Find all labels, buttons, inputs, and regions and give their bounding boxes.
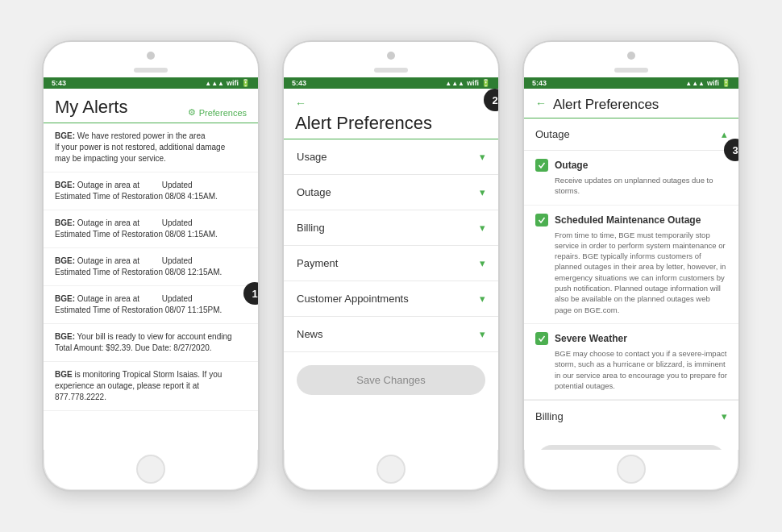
status-right-3: ▲▲▲ wifi 🔋 [685,79,730,87]
battery-icon-1: 🔋 [241,79,250,87]
severe-weather-checkbox-row: Severe Weather [535,332,727,345]
outage-section-title: Outage [535,128,570,140]
phones-container: 5:43 ▲▲▲ wifi 🔋 My Alerts ⚙ Preferences [42,40,740,492]
header-title-row-3: ← Alert Preferences [535,97,727,113]
billing-label: Billing [535,410,564,422]
step-badge-3: 3 [724,139,740,161]
chevron-payment: ▾ [480,257,485,269]
severe-weather-checkbox-item: Severe Weather BGE may choose to contact… [524,324,738,400]
alert-item: BGE: Outage in area at UpdatedEstimated … [44,248,258,286]
home-button-3[interactable] [617,455,646,484]
phone-inner-3: 5:43 ▲▲▲ wifi 🔋 ← Alert Preferences Outa… [524,77,738,450]
signal-icon-3: ▲▲▲ [685,80,705,87]
pref-appointments-label: Customer Appointments [297,293,409,305]
pref-appointments[interactable]: Customer Appointments ▾ [284,281,498,317]
alert-item: BGE: We have restored power in the areaI… [44,123,258,172]
phone-1: 5:43 ▲▲▲ wifi 🔋 My Alerts ⚙ Preferences [42,40,260,492]
chevron-up-outage: ▴ [722,128,727,140]
chevron-down-billing: ▾ [722,410,727,422]
camera-3 [627,52,635,60]
status-bar-1: 5:43 ▲▲▲ wifi 🔋 [44,77,258,89]
gear-icon: ⚙ [188,107,196,118]
wifi-icon-1: wifi [227,79,239,87]
preferences-label: Preferences [199,108,247,118]
pref-billing[interactable]: Billing ▾ [284,210,498,246]
step-badge-1: 1 [243,282,260,305]
outage-checkbox-row: Outage [535,159,727,172]
pref-billing-label: Billing [297,222,325,234]
outage-checkbox-desc: Receive updates on unplanned outages due… [535,175,727,197]
billing-section-collapsed[interactable]: Billing ▾ [524,400,738,432]
status-time-1: 5:43 [52,79,66,87]
phone-3: 5:43 ▲▲▲ wifi 🔋 ← Alert Preferences Outa… [522,40,740,492]
status-bar-3: 5:43 ▲▲▲ wifi 🔋 [524,77,738,89]
app-header-1: My Alerts ⚙ Preferences [44,89,258,123]
chevron-news: ▾ [480,328,485,340]
alert-item: BGE is monitoring Tropical Storm Isaias.… [44,362,258,411]
camera-2 [387,52,395,60]
step-badge-2: 2 [484,89,500,111]
pref-payment[interactable]: Payment ▾ [284,246,498,281]
page-title-1: My Alerts [55,97,127,118]
phone-inner-1: 5:43 ▲▲▲ wifi 🔋 My Alerts ⚙ Preferences [44,77,258,450]
outage-checkbox-label: Outage [555,160,588,171]
status-time-3: 5:43 [532,79,547,87]
check-icon-outage [538,161,546,169]
outage-checkbox-item: Outage Receive updates on unplanned outa… [524,151,738,206]
scheduled-maintenance-checkbox-row: Scheduled Maintenance Outage [535,214,727,227]
phone-top-bar-1 [44,42,258,77]
signal-icon-2: ▲▲▲ [445,80,464,87]
home-button-2[interactable] [376,455,406,484]
status-bar-2: 5:43 ▲▲▲ wifi 🔋 [284,77,498,89]
wifi-icon-3: wifi [707,79,719,87]
scheduled-maintenance-desc: From time to time, BGE must temporarily … [535,230,727,315]
phone-inner-2: 5:43 ▲▲▲ wifi 🔋 ← Alert Preferences Usag… [284,77,498,450]
save-changes-button-2[interactable]: Save Changes [297,365,485,395]
camera-1 [147,52,155,60]
severe-weather-desc: BGE may choose to contact you if a sever… [535,348,727,391]
page-title-3: Alert Preferences [553,97,659,113]
home-button-1[interactable] [136,455,165,484]
status-time-2: 5:43 [292,79,306,87]
header-row-1: My Alerts ⚙ Preferences [55,97,247,118]
app-header-3: ← Alert Preferences [524,89,738,118]
speaker-1 [134,68,168,73]
back-button-3[interactable]: ← [535,97,547,110]
preferences-menu: Usage ▾ Outage ▾ Billing ▾ Payment ▾ Cus… [284,139,498,450]
pref-usage-label: Usage [297,151,327,163]
chevron-outage: ▾ [480,186,485,198]
save-changes-button-3[interactable]: Save Changes [537,445,726,450]
alert-item: BGE: Your bill is ready to view for acco… [44,324,258,362]
alert-item: BGE: Outage in area at UpdatedEstimated … [44,172,258,210]
phone-top-bar-3 [524,42,738,77]
outage-section-header[interactable]: Outage ▴ [524,118,738,151]
pref-news-label: News [297,328,323,340]
signal-icon-1: ▲▲▲ [205,80,224,87]
pref-payment-label: Payment [297,257,338,269]
pref-outage[interactable]: Outage ▾ [284,175,498,210]
check-icon-scheduled [538,216,546,224]
wifi-icon-2: wifi [467,79,479,87]
app-header-2: ← Alert Preferences [284,89,498,139]
scheduled-maintenance-checkbox[interactable] [535,214,548,227]
phone-top-bar-2 [284,42,498,77]
severe-weather-label: Severe Weather [555,333,627,344]
alerts-list: BGE: We have restored power in the areaI… [44,123,258,450]
preferences-link[interactable]: ⚙ Preferences [188,107,247,118]
check-icon-severe [538,335,546,343]
speaker-2 [374,68,408,73]
scheduled-maintenance-checkbox-item: Scheduled Maintenance Outage From time t… [524,206,738,324]
battery-icon-2: 🔋 [481,79,490,87]
chevron-usage: ▾ [480,151,485,163]
pref-news[interactable]: News ▾ [284,317,498,352]
alert-item: BGE: Outage in area at UpdatedEstimated … [44,286,258,324]
alert-item: BGE: Outage in area at UpdatedEstimated … [44,210,258,248]
back-button-2[interactable]: ← [295,97,487,110]
outage-checkbox[interactable] [535,159,548,172]
pref-outage-label: Outage [297,186,331,198]
speaker-3 [614,68,648,73]
scheduled-maintenance-label: Scheduled Maintenance Outage [555,214,701,226]
chevron-appointments: ▾ [480,293,485,305]
pref-usage[interactable]: Usage ▾ [284,139,498,175]
severe-weather-checkbox[interactable] [535,332,548,345]
